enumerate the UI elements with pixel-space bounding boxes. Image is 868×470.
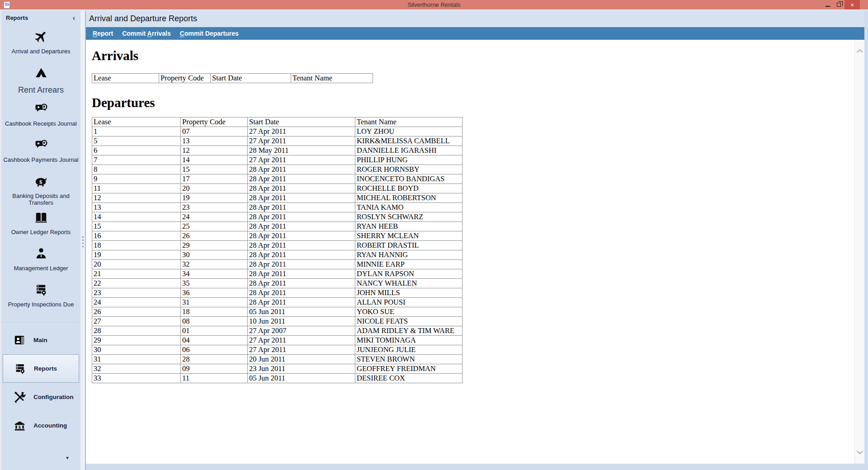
table-cell: 28 Apr 2011	[248, 288, 355, 298]
menu-item-commit-departures[interactable]: Commit Departures	[175, 27, 243, 40]
table-cell: DYLAN RAPSON	[355, 269, 462, 279]
table-row: 300627 Apr 2011JUNJEONG JULIE	[92, 345, 462, 355]
table-cell: KIRK&MELISSA CAMBELL	[355, 136, 462, 146]
table-cell: 27 Apr 2007	[248, 326, 355, 336]
collapse-sidebar-icon[interactable]: ‹	[73, 16, 75, 20]
table-cell: 28 Apr 2011	[248, 279, 355, 288]
sidebar-item-rent-arrears[interactable]: Rent Arrears	[1, 64, 80, 100]
table-cell: 10 Jun 2011	[248, 317, 355, 326]
sidebar-item-property-inspections-due[interactable]: Property Inspections Due	[1, 281, 80, 317]
table-row: 61228 May 2011DANNIELLE IGARASHI	[92, 146, 462, 155]
table-cell: 5	[92, 136, 181, 146]
table-row: 280127 Apr 2007ADAM RIDLEY & TIM WARE	[92, 326, 462, 336]
table-cell: 27 Apr 2011	[248, 336, 355, 345]
table-cell: 07	[181, 127, 248, 136]
departures-heading: Departures	[92, 95, 864, 110]
table-cell: 21	[92, 269, 181, 279]
scroll-up-button[interactable]	[855, 45, 864, 57]
chat-bubbles-icon	[34, 136, 48, 154]
table-header-row: Lease Property Code Start Date Tenant Na…	[92, 74, 373, 83]
table-row: 331105 Jun 2011DESIREE COX	[92, 374, 462, 383]
table-cell: 11	[181, 374, 248, 383]
vertical-scrollbar[interactable]	[854, 40, 864, 464]
table-cell: SHERRY MCLEAN	[355, 231, 462, 241]
nav-item-accounting[interactable]: Accounting	[1, 411, 80, 440]
sidebar-splitter[interactable]	[80, 10, 86, 470]
chevron-up-icon	[857, 49, 863, 53]
nav-overflow-button[interactable]: ▾	[66, 455, 69, 461]
minimize-icon	[826, 6, 830, 7]
sidebar-item-banking-deposits-and-transfers[interactable]: Banking Deposits and Transfers	[1, 172, 80, 208]
table-row: 320923 Jun 2011GEOFFREY FREIDMAN	[92, 364, 462, 374]
nav-item-main[interactable]: Main	[1, 326, 80, 354]
table-cell: MIKI TOMINAGA	[355, 336, 462, 345]
sidebar-item-label: Cashbook Receipts Journal	[5, 120, 77, 127]
table-row: 261805 Jun 2011YOKO SUE	[92, 307, 462, 317]
table-cell: 28 Apr 2011	[248, 184, 355, 193]
table-cell: JUNJEONG JULIE	[355, 345, 462, 355]
table-cell: 35	[181, 279, 248, 288]
table-row: 290427 Apr 2011MIKI TOMINAGA	[92, 336, 462, 345]
table-row: 270810 Jun 2011NICOLE FEATS	[92, 317, 462, 326]
close-button[interactable]: ×	[844, 0, 860, 9]
table-cell: 28 Apr 2011	[248, 260, 355, 269]
table-cell: 36	[181, 288, 248, 298]
scroll-down-button[interactable]	[855, 446, 864, 458]
table-cell: MINNIE EARP	[355, 260, 462, 269]
sidebar: Reports ‹ Arrival and Departures Rent Ar…	[0, 10, 80, 470]
table-row: 132328 Apr 2011TANIA KAMO	[92, 203, 462, 212]
table-cell: 32	[181, 260, 248, 269]
table-cell: 28 Apr 2011	[248, 174, 355, 184]
table-cell: 29	[181, 241, 248, 250]
sidebar-header: Reports ‹	[1, 10, 80, 22]
table-cell: 20	[181, 184, 248, 193]
table-cell: 13	[92, 203, 181, 212]
menu-item-commit-arrivals[interactable]: Commit Arrivals	[118, 27, 175, 40]
sidebar-item-cashbook-receipts-journal[interactable]: Cashbook Receipts Journal	[1, 100, 80, 136]
nav-item-label: Configuration	[33, 394, 73, 400]
table-cell: 11	[92, 184, 181, 193]
menu-bar: Report Commit Arrivals Commit Departures	[86, 27, 864, 40]
table-cell: 14	[92, 212, 181, 222]
title-bar: Silverthorne Rentals ×	[0, 0, 868, 9]
table-cell: 26	[92, 307, 181, 317]
table-cell: 28 May 2011	[248, 146, 355, 155]
menu-item-report[interactable]: Report	[88, 27, 118, 40]
arrivals-table: Lease Property Code Start Date Tenant Na…	[92, 73, 373, 83]
restore-button[interactable]	[833, 0, 844, 9]
table-cell: 26	[181, 231, 248, 241]
nav-item-label: Main	[33, 337, 47, 343]
chevron-down-icon	[857, 451, 863, 454]
table-cell: 28	[181, 355, 248, 364]
column-header: Property Code	[159, 74, 211, 83]
table-row: 203228 Apr 2011MINNIE EARP	[92, 260, 462, 269]
table-cell: 12	[181, 146, 248, 155]
table-cell: JOHN MILLS	[355, 288, 462, 298]
nav-item-reports[interactable]: Reports	[3, 354, 79, 383]
sidebar-item-owner-ledger-reports[interactable]: Owner Ledger Reports	[1, 208, 80, 244]
table-cell: PHILLIP HUNG	[355, 155, 462, 165]
sidebar-item-arrival-and-departures[interactable]: Arrival and Departures	[1, 28, 80, 64]
sidebar-divider	[2, 322, 80, 323]
table-cell: 31	[92, 355, 181, 364]
open-book-icon	[33, 208, 49, 226]
table-cell: 28 Apr 2011	[248, 269, 355, 279]
table-row: 81528 Apr 2011ROGER HORNSBY	[92, 165, 462, 174]
table-cell: 20 Jun 2011	[248, 355, 355, 364]
table-cell: RYAN HANNIG	[355, 250, 462, 260]
piggy-bank-icon	[34, 172, 48, 190]
chat-bubbles-icon	[34, 100, 48, 118]
minimize-button[interactable]	[822, 0, 833, 9]
nav-item-configuration[interactable]: Configuration	[1, 383, 80, 411]
table-cell: NANCY WHALEN	[355, 279, 462, 288]
sidebar-item-cashbook-payments-journal[interactable]: Cashbook Payments Journal	[1, 136, 80, 172]
column-header: Tenant Name	[355, 118, 462, 127]
table-row: 112028 Apr 2011ROCHELLE BOYD	[92, 184, 462, 193]
sidebar-item-management-ledger[interactable]: Management Ledger	[1, 244, 80, 281]
table-cell: GEOFFREY FREIDMAN	[355, 364, 462, 374]
table-cell: 18	[92, 241, 181, 250]
sidebar-item-label: Cashbook Payments Journal	[3, 156, 78, 163]
table-cell: 33	[92, 374, 181, 383]
table-cell: 28 Apr 2011	[248, 231, 355, 241]
table-row: 312820 Jun 2011STEVEN BROWN	[92, 355, 462, 364]
